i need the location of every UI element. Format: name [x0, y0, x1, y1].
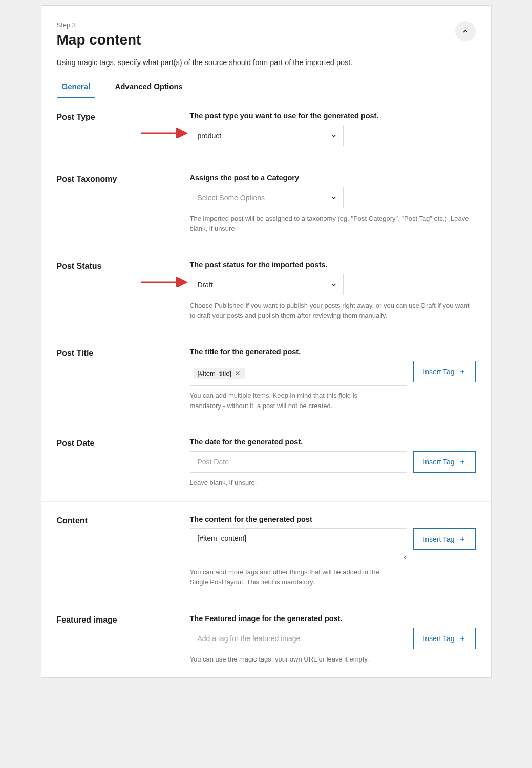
row-label: Featured image	[57, 614, 190, 665]
field-title: The post type you want to use for the ge…	[190, 112, 476, 120]
panel-description: Using magic tags, specify what part(s) o…	[41, 53, 491, 77]
map-content-panel: Step 3 Map content Using magic tags, spe…	[41, 5, 492, 678]
field-title: Assigns the post to a Category	[190, 174, 476, 182]
tab-advanced-options[interactable]: Advanced Options	[110, 77, 188, 98]
row-post-status: Post Status The post status for the impo…	[41, 247, 491, 334]
collapse-button[interactable]	[455, 21, 476, 41]
row-label: Post Type	[57, 112, 190, 146]
panel-header: Step 3 Map content	[41, 6, 491, 53]
row-label: Post Date	[57, 438, 190, 488]
panel-title: Map content	[57, 32, 141, 48]
row-post-taxonomy: Post Taxonomy Assigns the post to a Cate…	[41, 160, 491, 247]
insert-tag-button[interactable]: Insert Tag	[413, 528, 475, 550]
remove-tag-button[interactable]: ✕	[235, 370, 241, 377]
row-label: Content	[57, 515, 190, 587]
insert-tag-label: Insert Tag	[423, 634, 454, 643]
plus-icon	[459, 536, 466, 543]
tag-chip-label: [#item_title]	[198, 370, 231, 377]
field-help: Choose Published if you want to publish …	[190, 301, 476, 321]
post-status-select[interactable]: Draft	[190, 274, 344, 295]
field-title: The Featured image for the generated pos…	[190, 614, 476, 623]
row-post-date: Post Date The date for the generated pos…	[41, 424, 491, 502]
row-featured-image: Featured image The Featured image for th…	[41, 601, 491, 678]
field-title: The content for the generated post	[190, 515, 476, 523]
row-label: Post Status	[57, 261, 190, 321]
plus-icon	[459, 458, 466, 465]
insert-tag-label: Insert Tag	[423, 368, 454, 376]
featured-image-input[interactable]	[190, 628, 408, 649]
row-post-type: Post Type The post type you want to use …	[41, 98, 491, 160]
field-help: The imported post will be assigned to a …	[190, 214, 476, 233]
field-help: You can add multiple items. Keep in mind…	[190, 391, 374, 411]
field-title: The post status for the imported posts.	[190, 261, 476, 269]
post-taxonomy-select[interactable]: Select Some Options	[190, 187, 344, 208]
chevron-up-icon	[461, 27, 470, 35]
field-title: The title for the generated post.	[190, 348, 476, 356]
insert-tag-button[interactable]: Insert Tag	[413, 451, 475, 473]
tab-general[interactable]: General	[57, 77, 96, 98]
insert-tag-button[interactable]: Insert Tag	[413, 628, 475, 649]
plus-icon	[459, 368, 466, 375]
post-type-select[interactable]: product	[190, 125, 344, 146]
post-title-input[interactable]: [#item_title] ✕	[190, 361, 408, 386]
post-date-input[interactable]	[190, 451, 408, 473]
tag-chip: [#item_title] ✕	[194, 368, 245, 379]
row-content: Content The content for the generated po…	[41, 502, 491, 601]
content-textarea[interactable]	[190, 528, 408, 560]
tabs: General Advanced Options	[41, 77, 491, 98]
row-label: Post Taxonomy	[57, 174, 190, 233]
plus-icon	[459, 635, 466, 642]
field-help: Leave blank, if unsure.	[190, 478, 476, 488]
field-title: The date for the generated post.	[190, 438, 476, 446]
step-label: Step 3	[57, 21, 141, 29]
insert-tag-button[interactable]: Insert Tag	[413, 361, 475, 382]
row-label: Post Title	[57, 348, 190, 411]
field-help: You can use the magic tags, your own URL…	[190, 654, 476, 665]
insert-tag-label: Insert Tag	[423, 458, 454, 466]
insert-tag-label: Insert Tag	[423, 535, 454, 543]
field-help: You can add more tags and other things t…	[190, 567, 395, 587]
row-post-title: Post Title The title for the generated p…	[41, 334, 491, 424]
